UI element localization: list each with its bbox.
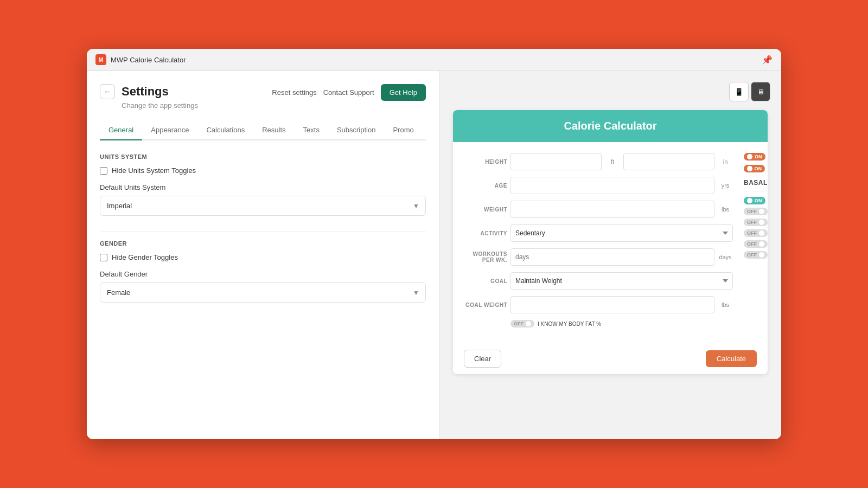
- pin-icon: 📌: [762, 55, 773, 65]
- hide-gender-label: Hide Gender Toggles: [112, 253, 178, 261]
- tab-promo[interactable]: Promo: [384, 120, 422, 140]
- weight-unit: lbs: [718, 206, 733, 213]
- settings-tabs: General Appearance Calculations Results …: [100, 120, 426, 140]
- age-unit: yrs: [718, 182, 733, 189]
- default-units-label: Default Units System: [100, 183, 426, 191]
- bmr-cunningham-row: OFF CUNNINGHAM FORMULA: [744, 229, 768, 237]
- calc-right: ON FEMALE OFF MALE ON: [744, 153, 768, 332]
- calc-title: Calorie Calculator: [463, 120, 758, 132]
- units-section-label: UNITS SYSTEM: [100, 153, 426, 160]
- female-toggle[interactable]: ON: [744, 153, 765, 160]
- gender-select[interactable]: Female Male: [100, 282, 426, 303]
- height-label: HEIGHT: [464, 159, 507, 165]
- gender-select-wrapper: Female Male ▼: [100, 282, 426, 303]
- bmr-katch-toggle[interactable]: OFF: [744, 219, 768, 226]
- units-select[interactable]: Imperial Metric: [100, 196, 426, 216]
- goal-label: GOAL: [464, 278, 507, 284]
- get-help-button[interactable]: Get Help: [381, 84, 426, 101]
- bmr-mifflin-toggle[interactable]: ON: [744, 197, 765, 204]
- right-panel: 📱 🖥 Calorie Calculator HEIGHT: [439, 71, 781, 439]
- activity-select[interactable]: Sedentary Lightly Active Moderately Acti…: [510, 224, 733, 242]
- main-content: ← Settings Change the app settings Reset…: [87, 71, 781, 439]
- bmr-katch-row: OFF KATCH-MCARDLE FORMULA: [744, 219, 768, 226]
- mobile-preview-btn[interactable]: 📱: [729, 82, 749, 101]
- hide-gender-row: Hide Gender Toggles: [100, 253, 426, 261]
- left-header: ← Settings Change the app settings Reset…: [100, 84, 426, 120]
- tab-subscription[interactable]: Subscription: [328, 120, 385, 140]
- app-window: M MWP Calorie Calculator 📌 ← Settings Ch…: [87, 49, 781, 439]
- bmr-who-toggle[interactable]: OFF: [744, 240, 768, 248]
- left-panel: ← Settings Change the app settings Reset…: [87, 71, 439, 439]
- calc-inputs: HEIGHT ft in AGE yrs: [464, 153, 733, 332]
- body-fat-label: I KNOW MY BODY FAT %: [538, 321, 601, 327]
- tab-calculations[interactable]: Calculations: [197, 120, 253, 140]
- goal-weight-label: GOAL WEIGHT: [464, 302, 507, 308]
- height-input-ft[interactable]: [510, 153, 602, 170]
- bmr-harris-row: OFF HARRIS-BENEDICT FORMULA: [744, 208, 768, 215]
- desktop-icon: 🖥: [757, 88, 764, 96]
- age-label: AGE: [464, 183, 507, 189]
- app-icon: M: [95, 54, 106, 65]
- bmr-harris-toggle[interactable]: OFF: [744, 208, 768, 215]
- workouts-input[interactable]: [510, 248, 714, 266]
- clear-button[interactable]: Clear: [464, 350, 501, 368]
- height-input-in[interactable]: [623, 153, 714, 170]
- desktop-preview-btn[interactable]: 🖥: [751, 82, 770, 101]
- contact-support-link[interactable]: Contact Support: [323, 88, 374, 97]
- weight-row: WEIGHT lbs: [464, 201, 733, 218]
- age-row: AGE yrs: [464, 177, 733, 194]
- goal-weight-input[interactable]: [510, 296, 714, 313]
- bmr-who-row: OFF WHO FORMULA: [744, 240, 768, 248]
- goal-weight-unit: lbs: [718, 301, 733, 308]
- tab-texts[interactable]: Texts: [295, 120, 328, 140]
- tab-appearance[interactable]: Appearance: [142, 120, 197, 140]
- bmr-title: BASAL METABOLIC RATE: [744, 179, 768, 191]
- header-row: ← Settings: [100, 84, 198, 99]
- bmr-cunningham-toggle[interactable]: OFF: [744, 229, 768, 237]
- hide-units-label: Hide Units System Toggles: [112, 166, 196, 175]
- reset-settings-link[interactable]: Reset settings: [272, 88, 316, 97]
- goal-select[interactable]: Maintain Weight Lose Weight Gain Weight: [510, 272, 733, 290]
- height-row: HEIGHT ft in: [464, 153, 733, 170]
- imperial-toggle[interactable]: ON: [744, 165, 765, 172]
- top-actions: Reset settings Contact Support Get Help: [272, 84, 426, 101]
- bmr-average-toggle[interactable]: OFF: [744, 251, 768, 259]
- default-gender-label: Default Gender: [100, 270, 426, 278]
- gender-section-label: GENDER: [100, 240, 426, 247]
- height-unit-in: in: [718, 158, 733, 165]
- calculator-widget: Calorie Calculator HEIGHT ft in: [453, 110, 768, 374]
- hide-units-checkbox[interactable]: [100, 167, 107, 175]
- hide-units-row: Hide Units System Toggles: [100, 166, 426, 175]
- bmr-section: BASAL METABOLIC RATE ON MIFFLIN-ST JEOR …: [744, 179, 768, 259]
- weight-input[interactable]: [510, 201, 714, 218]
- page-subtitle: Change the app settings: [122, 101, 198, 110]
- goal-row: GOAL Maintain Weight Lose Weight Gain We…: [464, 272, 733, 290]
- body-fat-row: OFF I KNOW MY BODY FAT %: [464, 320, 733, 328]
- units-select-wrapper: Imperial Metric ▼: [100, 196, 426, 216]
- female-toggle-row: ON FEMALE OFF MALE: [744, 153, 768, 160]
- workouts-label: WORKOUTS PER WK.: [464, 251, 507, 263]
- calc-body: HEIGHT ft in AGE yrs: [453, 142, 768, 343]
- height-unit-ft: ft: [605, 158, 620, 165]
- body-fat-toggle[interactable]: OFF: [510, 320, 534, 328]
- mobile-icon: 📱: [735, 88, 744, 96]
- age-input[interactable]: [510, 177, 714, 194]
- activity-row: ACTIVITY Sedentary Lightly Active Modera…: [464, 224, 733, 242]
- bmr-average-row: OFF AVERAGE: [744, 251, 768, 259]
- calc-footer: Clear Calculate: [453, 343, 768, 374]
- calculate-button[interactable]: Calculate: [706, 350, 757, 367]
- page-title: Settings: [122, 85, 169, 99]
- tab-results[interactable]: Results: [253, 120, 294, 140]
- back-button[interactable]: ←: [100, 84, 115, 99]
- window-title: MWP Calorie Calculator: [111, 56, 186, 64]
- tab-general[interactable]: General: [100, 120, 142, 140]
- goal-weight-row: GOAL WEIGHT lbs: [464, 296, 733, 313]
- hide-gender-checkbox[interactable]: [100, 254, 107, 261]
- imperial-toggle-row: ON IMPERIAL OFF METRIC: [744, 165, 768, 172]
- workouts-unit: days: [718, 254, 733, 260]
- bmr-mifflin-row: ON MIFFLIN-ST JEOR FORMULA: [744, 197, 768, 204]
- weight-label: WEIGHT: [464, 207, 507, 213]
- title-section: ← Settings Change the app settings: [100, 84, 198, 120]
- workouts-row: WORKOUTS PER WK. days: [464, 248, 733, 266]
- activity-label: ACTIVITY: [464, 230, 507, 236]
